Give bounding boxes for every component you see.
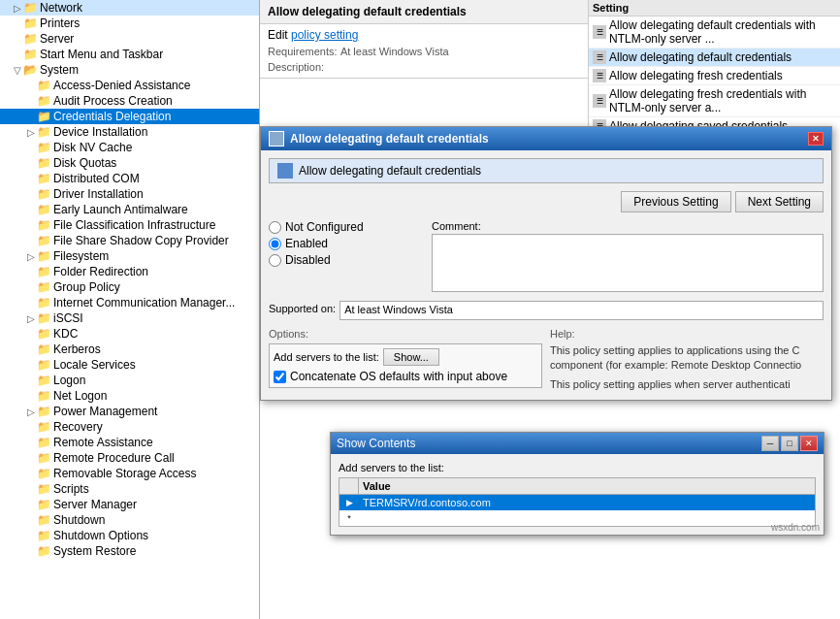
setting-item-0[interactable]: ☰ Allow delegating default credentials w…	[589, 16, 840, 49]
help-section: Help: This policy setting applies to app…	[550, 328, 824, 392]
sidebar-item-scripts[interactable]: 📁 Scripts	[0, 481, 259, 497]
next-setting-button[interactable]: Next Setting	[735, 191, 824, 212]
setting-icon: ☰	[593, 119, 606, 126]
folder-icon: 📁	[37, 529, 51, 542]
folder-icon: 📁	[37, 436, 51, 449]
setting-icon: ☰	[593, 50, 606, 64]
setting-icon: ☰	[593, 94, 606, 108]
folder-icon: 📁	[37, 311, 51, 325]
sidebar-item-file-share[interactable]: 📁 File Share Shadow Copy Provider	[0, 233, 259, 248]
dialog2-maximize-button[interactable]: □	[781, 436, 798, 451]
sidebar-item-label: Audit Process Creation	[53, 94, 173, 108]
requirements-value: At least Windows Vista	[340, 46, 449, 57]
radio-enabled[interactable]	[269, 238, 281, 250]
sidebar-item-shutdown[interactable]: 📁 Shutdown	[0, 512, 259, 528]
sidebar-item-system-restore[interactable]: 📁 System Restore	[0, 543, 259, 559]
expand-icon: ▽	[14, 65, 21, 76]
sidebar-item-power-mgmt[interactable]: ▷ 📁 Power Management	[0, 404, 259, 419]
setting-item-3[interactable]: ☰ Allow delegating fresh credentials wit…	[589, 85, 840, 117]
edit-label: Edit	[268, 28, 291, 42]
show-button[interactable]: Show...	[383, 348, 439, 366]
sidebar-item-remote-proc[interactable]: 📁 Remote Procedure Call	[0, 450, 259, 466]
setting-item-1[interactable]: ☰ Allow delegating default credentials	[589, 49, 840, 67]
row2-value[interactable]	[359, 510, 815, 526]
sidebar-item-disk-nv[interactable]: 📁 Disk NV Cache	[0, 140, 259, 155]
sidebar-item-shutdown-options[interactable]: 📁 Shutdown Options	[0, 528, 259, 543]
options-label: Options:	[269, 328, 542, 340]
radio-not-configured[interactable]	[269, 221, 281, 234]
sidebar-item-access-denied[interactable]: 📁 Access-Denied Assistance	[0, 78, 259, 93]
radio-disabled[interactable]	[269, 254, 281, 267]
sidebar-item-label: System	[40, 63, 79, 77]
setting-item-label: Allow delegating fresh credentials	[609, 69, 783, 82]
sidebar-item-iscsi[interactable]: ▷ 📁 iSCSI	[0, 310, 259, 326]
dialog1-title: Allow delegating default credentials	[290, 132, 489, 146]
sidebar-item-device-installation[interactable]: ▷ 📁 Device Installation	[0, 124, 259, 140]
sidebar-item-label: Logon	[53, 374, 85, 387]
folder-icon: 📁	[37, 203, 51, 216]
sidebar-item-driver-install[interactable]: 📁 Driver Installation	[0, 186, 259, 202]
sidebar-item-audit-process[interactable]: 📁 Audit Process Creation	[0, 93, 259, 109]
sidebar-item-group-policy[interactable]: 📁 Group Policy	[0, 279, 259, 295]
folder-icon: 📁	[37, 374, 51, 387]
sidebar-item-label: Distributed COM	[53, 172, 140, 185]
dialog1-close-button[interactable]: ✕	[808, 132, 824, 146]
options-help-row: Options: Add servers to the list: Show..…	[269, 328, 824, 392]
folder-icon: 📁	[37, 234, 51, 247]
concat-label: Concatenate OS defaults with input above	[290, 370, 507, 383]
sidebar-item-logon[interactable]: 📁 Logon	[0, 373, 259, 388]
sidebar-item-start-menu[interactable]: 📁 Start Menu and Taskbar	[0, 47, 259, 62]
sidebar-item-locale[interactable]: 📁 Locale Services	[0, 357, 259, 373]
sidebar-item-printers[interactable]: 📁 Printers	[0, 16, 259, 31]
table-row-2[interactable]: *	[339, 510, 815, 526]
row2-arrow: *	[339, 510, 359, 526]
row1-value[interactable]: TERMSRV/rd.contoso.com	[359, 495, 815, 510]
sidebar-item-label: KDC	[53, 327, 78, 341]
concat-checkbox[interactable]	[274, 371, 286, 383]
sidebar-item-label: File Classification Infrastructure	[53, 218, 215, 232]
sidebar-item-recovery[interactable]: 📁 Recovery	[0, 419, 259, 435]
radio-disabled-row: Disabled	[269, 253, 424, 267]
sidebar-item-disk-quotas[interactable]: 📁 Disk Quotas	[0, 155, 259, 171]
sidebar-item-label: Filesystem	[53, 249, 109, 263]
sidebar-item-net-logon[interactable]: 📁 Net Logon	[0, 388, 259, 404]
sidebar-item-internet-comm[interactable]: 📁 Internet Communication Manager...	[0, 295, 259, 310]
table-row-1[interactable]: ▶ TERMSRV/rd.contoso.com	[339, 495, 815, 510]
sidebar-item-label: Access-Denied Assistance	[53, 79, 190, 92]
sidebar-item-removable-storage[interactable]: 📁 Removable Storage Access	[0, 466, 259, 481]
dialog2-minimize-button[interactable]: ─	[761, 436, 779, 451]
sidebar-item-folder-redir[interactable]: 📁 Folder Redirection	[0, 264, 259, 279]
dialog-icon	[269, 131, 284, 147]
sidebar-item-filesystem[interactable]: ▷ 📁 Filesystem	[0, 248, 259, 264]
folder-icon: 📁	[37, 110, 51, 123]
setting-item-2[interactable]: ☰ Allow delegating fresh credentials	[589, 67, 840, 85]
prev-setting-button[interactable]: Previous Setting	[621, 191, 730, 212]
dialog1-buttons-row: Previous Setting Next Setting	[269, 191, 824, 212]
policy-setting-link[interactable]: policy setting	[291, 28, 358, 42]
sidebar-item-server-mgr[interactable]: 📁 Server Manager	[0, 497, 259, 512]
sidebar-item-kerberos[interactable]: 📁 Kerberos	[0, 342, 259, 357]
setting-item-4[interactable]: ☰ Allow delegating saved credentials	[589, 117, 840, 126]
folder-icon: 📂	[23, 63, 38, 77]
description-label: Description:	[268, 61, 324, 73]
sidebar-item-distributed-com[interactable]: 📁 Distributed COM	[0, 171, 259, 186]
sidebar-item-early-launch[interactable]: 📁 Early Launch Antimalware	[0, 202, 259, 217]
sidebar-item-remote-assist[interactable]: 📁 Remote Assistance	[0, 435, 259, 450]
sidebar-item-credentials-delegation[interactable]: 📁 Credentials Delegation	[0, 109, 259, 124]
folder-icon: 📁	[23, 1, 38, 15]
sidebar-item-server[interactable]: 📁 Server	[0, 31, 259, 47]
comment-textarea[interactable]	[432, 234, 824, 292]
sidebar-item-file-class[interactable]: 📁 File Classification Infrastructure	[0, 217, 259, 233]
dialog2-close-button[interactable]: ✕	[800, 436, 818, 451]
folder-icon: 📁	[37, 265, 51, 278]
sidebar-item-network[interactable]: ▷ 📁 Network	[0, 0, 259, 16]
setting-name-bar: Allow delegating default credentials	[269, 158, 824, 183]
sidebar-item-kdc[interactable]: 📁 KDC	[0, 326, 259, 342]
folder-icon: 📁	[37, 342, 51, 356]
row1-arrow: ▶	[339, 495, 359, 510]
help-text1: This policy setting applies to applicati…	[550, 343, 824, 374]
sidebar-item-label: Server	[40, 32, 74, 46]
sidebar-item-label: Scripts	[53, 482, 89, 496]
sidebar-item-system[interactable]: ▽ 📂 System	[0, 62, 259, 78]
folder-icon: 📁	[37, 482, 51, 496]
